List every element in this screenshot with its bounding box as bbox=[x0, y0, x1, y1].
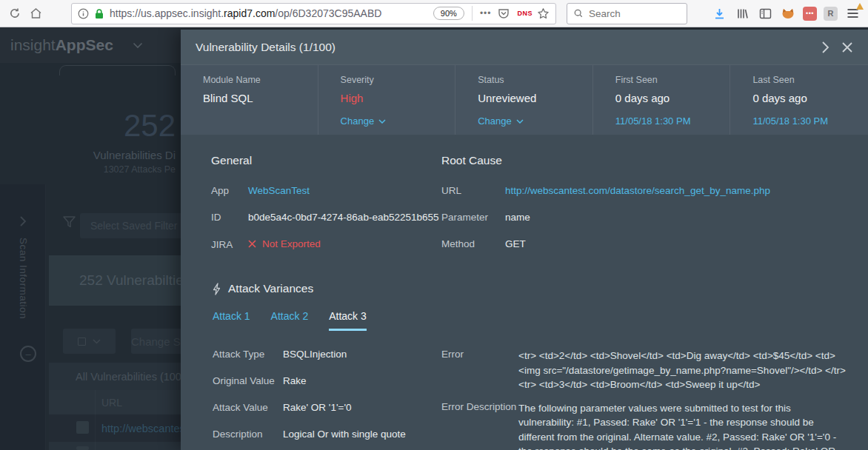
method-value: GET bbox=[505, 238, 526, 249]
modal-title: Vulnerability Details (1/100) bbox=[196, 41, 809, 54]
field-status: Status Unreviewed Change bbox=[455, 65, 593, 135]
change-status-link[interactable]: Change bbox=[478, 115, 585, 127]
vulnerability-id: b0de5a4c-0bd7-4274-86ab-eab52251b655 bbox=[248, 212, 438, 223]
reload-button[interactable] bbox=[4, 3, 25, 24]
error-value: <tr> <td>2</td> <td>Shovel</td> <td>Dig … bbox=[518, 349, 853, 392]
lightning-bolt-icon bbox=[213, 283, 221, 295]
general-section: General App WebScanTest ID b0de5a4c-0bd7… bbox=[211, 154, 441, 266]
change-severity-link[interactable]: Change bbox=[341, 115, 448, 127]
site-info-icon[interactable] bbox=[78, 8, 89, 19]
next-vulnerability-button[interactable] bbox=[821, 41, 829, 54]
attack-detail-left: Attack Type BSQLInjection Original Value… bbox=[213, 349, 441, 450]
attack-description: Logical Or with single quote bbox=[283, 429, 406, 440]
attack-value: Rake' OR '1'='0 bbox=[283, 402, 351, 413]
divider bbox=[472, 6, 473, 21]
app-link[interactable]: WebScanTest bbox=[248, 185, 310, 196]
lock-icon[interactable] bbox=[94, 8, 104, 19]
root-cause-heading: Root Cause bbox=[441, 154, 853, 167]
parameter-value: name bbox=[505, 212, 530, 223]
attack-type-value: BSQLInjection bbox=[283, 349, 347, 360]
summary-fields-row: Module Name Blind SQL Severity High Chan… bbox=[181, 64, 868, 135]
downloads-button[interactable] bbox=[711, 5, 727, 21]
red-extension-button[interactable]: ••• bbox=[803, 7, 817, 21]
library-button[interactable] bbox=[734, 5, 750, 21]
chevron-down-icon bbox=[516, 119, 524, 124]
bookmark-star-icon[interactable] bbox=[537, 7, 550, 20]
x-icon bbox=[248, 240, 256, 248]
search-icon bbox=[574, 8, 583, 19]
zoom-level-badge[interactable]: 90% bbox=[433, 7, 464, 20]
modal-header: Vulnerability Details (1/100) bbox=[181, 30, 868, 64]
field-last-seen: Last Seen 0 days ago 11/05/18 1:30 PM bbox=[730, 65, 868, 135]
sidebar-toggle-button[interactable] bbox=[757, 5, 773, 21]
attack-tabs: Attack 1 Attack 2 Attack 3 bbox=[213, 310, 853, 331]
address-bar[interactable]: https://us.appsec.insight.rapid7.com/op/… bbox=[71, 3, 556, 24]
field-first-seen: First Seen 0 days ago 11/05/18 1:30 PM bbox=[593, 65, 731, 135]
browser-toolbar: https://us.appsec.insight.rapid7.com/op/… bbox=[0, 0, 868, 27]
field-module-name: Module Name Blind SQL bbox=[181, 65, 318, 135]
error-description-value: The following parameter values were subm… bbox=[518, 401, 853, 450]
tab-attack-2[interactable]: Attack 2 bbox=[271, 310, 309, 331]
field-severity: Severity High Change bbox=[318, 65, 456, 135]
original-value: Rake bbox=[283, 375, 307, 386]
general-heading: General bbox=[211, 154, 441, 167]
search-input[interactable] bbox=[589, 8, 680, 19]
vulnerability-details-modal: Vulnerability Details (1/100) Module Nam… bbox=[181, 30, 868, 450]
root-cause-section: Root Cause URL http://webscantest.com/da… bbox=[441, 154, 853, 266]
severity-value: High bbox=[341, 92, 448, 104]
search-bar[interactable] bbox=[567, 3, 687, 24]
tab-attack-1[interactable]: Attack 1 bbox=[213, 310, 250, 331]
gray-extension-button[interactable]: R bbox=[824, 7, 838, 21]
first-seen-timestamp: 11/05/18 1:30 PM bbox=[615, 115, 723, 127]
modal-body: General App WebScanTest ID b0de5a4c-0bd7… bbox=[181, 135, 868, 450]
toolbar-icons: ••• R bbox=[711, 5, 861, 21]
fox-extension-button[interactable] bbox=[780, 5, 796, 21]
last-seen-timestamp: 11/05/18 1:30 PM bbox=[752, 115, 861, 127]
reload-icon bbox=[9, 7, 21, 19]
home-icon bbox=[30, 7, 42, 19]
home-button[interactable] bbox=[25, 3, 46, 24]
dns-extension-badge[interactable]: DNS bbox=[513, 10, 537, 17]
attack-detail-right: Error <tr> <td>2</td> <td>Shovel</td> <t… bbox=[441, 349, 853, 450]
menu-button[interactable] bbox=[844, 5, 861, 21]
app-area: insightAppSec 252 Vulnerabilities Di 130… bbox=[0, 27, 868, 450]
tab-attack-3[interactable]: Attack 3 bbox=[329, 310, 367, 331]
close-icon[interactable] bbox=[841, 41, 853, 53]
page-actions-icon[interactable]: ••• bbox=[476, 8, 495, 19]
menu-warning-badge bbox=[856, 3, 864, 10]
root-cause-url-link[interactable]: http://webscantest.com/datastore/search_… bbox=[505, 185, 770, 196]
chevron-down-icon bbox=[378, 119, 386, 124]
jira-status: Not Exported bbox=[248, 238, 321, 249]
attack-variances-heading: Attack Variances bbox=[228, 282, 313, 295]
url-text: https://us.appsec.insight.rapid7.com/op/… bbox=[110, 7, 430, 19]
pocket-icon[interactable] bbox=[498, 7, 510, 19]
attack-variances-section: Attack Variances Attack 1 Attack 2 Attac… bbox=[181, 267, 868, 450]
